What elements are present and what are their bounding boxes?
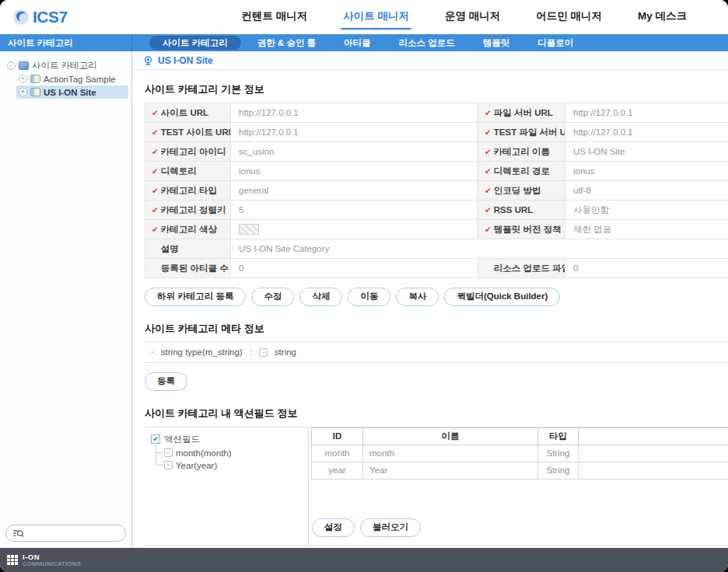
actionfield-header-row: ID이름타입 xyxy=(312,427,728,445)
collapse-box-icon[interactable]: − xyxy=(259,348,268,357)
field-label-cell: ✔카테고리 색상 xyxy=(145,220,231,239)
collapse-box-icon[interactable]: − xyxy=(164,461,173,469)
field-value-cell: http://127.0.0.1 xyxy=(565,103,728,123)
basic-info-title: 사이트 카테고리 기본 정보 xyxy=(145,82,728,96)
basic-info-row: ✔카테고리 아이디sc_usion✔카테고리 이름US I-ON Site xyxy=(145,142,728,162)
category-node-icon xyxy=(30,75,40,83)
expand-icon[interactable]: + xyxy=(19,88,27,96)
field-label: 파일 서버 URL xyxy=(494,108,553,117)
required-check-icon: ✔ xyxy=(485,225,492,234)
meta-item-label: string type(m_string) xyxy=(161,347,243,357)
field-label-cell: ✔TEST 파일 서버 URL xyxy=(478,123,565,142)
tree-item-us-ion-site[interactable]: +US I-ON Site xyxy=(16,85,128,99)
field-value: http://127.0.0.1 xyxy=(239,108,299,117)
tab-article[interactable]: 아티클 xyxy=(332,34,383,51)
field-label-cell: ✔디렉토리 xyxy=(145,162,231,181)
checkbox-checked-icon[interactable]: ✔ xyxy=(151,434,160,444)
actionfield-tree-item[interactable]: −Year(year) xyxy=(156,459,302,472)
tab-template[interactable]: 템플릿 xyxy=(471,34,522,51)
actionfield-panel: ✔ 액션필드 −month(month)−Year(year) ID이름타입 m… xyxy=(145,427,728,546)
content: US I-ON Site 사이트 카테고리 기본 정보 ✔사이트 URLhttp… xyxy=(132,51,728,548)
field-label-cell: ✔설명 xyxy=(145,239,231,259)
nav-admin-manager[interactable]: 어드민 매니저 xyxy=(535,8,603,27)
edit-button[interactable]: 수정 xyxy=(251,288,294,306)
meta-colon: : xyxy=(250,347,252,357)
field-label-cell: ✔사이트 URL xyxy=(145,103,231,123)
field-value-cell: utf-8 xyxy=(565,181,728,201)
field-value: http://127.0.0.1 xyxy=(573,127,633,137)
ics7-logo[interactable]: ICS7 xyxy=(12,8,68,26)
field-value-cell: ionus xyxy=(565,162,728,181)
load-button[interactable]: 불러오기 xyxy=(360,518,421,537)
field-label: 카테고리 정렬키 xyxy=(161,205,226,214)
actionfield-cell: month xyxy=(363,445,538,462)
sidebar-search-box[interactable] xyxy=(5,525,126,542)
collapse-icon[interactable]: − xyxy=(7,61,16,70)
field-value: http://127.0.0.1 xyxy=(239,127,299,137)
field-value: 5 xyxy=(239,205,243,214)
actionfield-cell xyxy=(579,462,728,479)
main-area: −사이트 카테고리+ActionTag Sample+US I-ON Site xyxy=(0,51,728,548)
actionfield-cell: String xyxy=(538,445,579,462)
sub-category-register-button[interactable]: 하위 카테고리 등록 xyxy=(145,288,246,306)
required-check-icon: ✔ xyxy=(485,147,492,156)
actionfield-cell: month xyxy=(312,445,363,462)
copy-button[interactable]: 복사 xyxy=(396,288,439,306)
actionfield-right: ID이름타입 monthmonthStringyearYearString 설정… xyxy=(309,427,728,545)
actionfield-column-header: 이름 xyxy=(363,427,538,445)
basic-info-row: ✔등록된 아티클 수0✔리소스 업로드 파일 수0 xyxy=(145,259,728,278)
category-node-icon xyxy=(19,61,29,70)
quick-builder-button[interactable]: 퀵빌더(Quick Builder) xyxy=(444,288,560,306)
field-label-cell: ✔등록된 아티클 수 xyxy=(145,259,231,278)
actionfield-cell xyxy=(579,445,728,462)
actionfield-row: monthmonthString xyxy=(312,445,728,462)
field-value: http://127.0.0.1 xyxy=(573,108,633,117)
required-check-icon: ✔ xyxy=(485,108,492,117)
field-value-cell: sc_usion xyxy=(231,142,478,162)
field-value-cell xyxy=(231,220,478,239)
field-value-cell: 0 xyxy=(231,259,478,278)
ics7-logo-icon xyxy=(12,9,30,26)
actionfield-tree-item[interactable]: −month(month) xyxy=(156,447,302,459)
nav-content-manager[interactable]: 컨텐트 매니저 xyxy=(240,8,308,27)
nav-site-manager[interactable]: 사이트 매니저 xyxy=(342,8,410,27)
tab-deploy[interactable]: 디플로이 xyxy=(526,34,585,51)
settings-button[interactable]: 설정 xyxy=(312,518,355,537)
move-button[interactable]: 이동 xyxy=(348,288,390,306)
field-label-cell: ✔카테고리 정렬키 xyxy=(145,201,231,220)
tab-site-category[interactable]: 사이트 카테고리 xyxy=(149,36,241,50)
field-label-cell: ✔카테고리 이름 xyxy=(478,142,565,162)
actionfield-tree: ✔ 액션필드 −month(month)−Year(year) xyxy=(145,427,309,545)
register-button[interactable]: 등록 xyxy=(145,372,187,391)
category-color-swatch xyxy=(239,224,259,235)
required-check-icon: ✔ xyxy=(152,205,159,214)
actionfield-tree-root[interactable]: ✔ 액션필드 xyxy=(151,434,302,445)
field-label: 등록된 아티클 수 xyxy=(161,263,229,273)
field-value-cell: ionus xyxy=(231,162,478,181)
actionfield-column-header xyxy=(579,427,728,445)
tree-item-actiontag-sample[interactable]: +ActionTag Sample xyxy=(16,72,128,85)
actionfield-table: ID이름타입 monthmonthStringyearYearString xyxy=(311,427,728,480)
app-footer: I-ON COMMUNICATIONS xyxy=(0,548,728,572)
field-value-cell: general xyxy=(231,181,478,201)
field-value: utf-8 xyxy=(573,186,591,195)
tab-permission-approval[interactable]: 권한 & 승인 룰 xyxy=(246,34,327,51)
footer-brand: I-ON COMMUNICATIONS xyxy=(23,553,81,567)
field-value-cell: http://127.0.0.1 xyxy=(565,123,728,142)
field-label: 카테고리 색상 xyxy=(161,225,217,234)
location-pin-icon xyxy=(143,55,153,66)
delete-button[interactable]: 삭제 xyxy=(299,288,342,306)
collapse-box-icon[interactable]: − xyxy=(164,448,173,457)
basic-info-row: ✔TEST 사이트 URLhttp://127.0.0.1✔TEST 파일 서버… xyxy=(145,123,728,142)
tree-item-site-category[interactable]: −사이트 카테고리 xyxy=(5,59,128,72)
nav-operation-manager[interactable]: 운영 매니저 xyxy=(444,8,501,27)
tab-resource-upload[interactable]: 리소스 업로드 xyxy=(387,34,467,51)
ics7-logo-text: ICS7 xyxy=(33,8,68,26)
tab-bar-tabs: 사이트 카테고리권한 & 승인 룰아티클리소스 업로드템플릿디플로이 xyxy=(132,34,585,51)
field-value-cell: 제한 없음 xyxy=(565,220,728,239)
field-label: 템플릿 버전 정책 xyxy=(494,225,562,234)
expand-icon[interactable]: + xyxy=(19,75,27,83)
basic-info-table: ✔사이트 URLhttp://127.0.0.1✔파일 서버 URLhttp:/… xyxy=(145,103,728,278)
nav-my-desk[interactable]: My 데스크 xyxy=(637,8,688,27)
search-input[interactable] xyxy=(28,528,119,539)
